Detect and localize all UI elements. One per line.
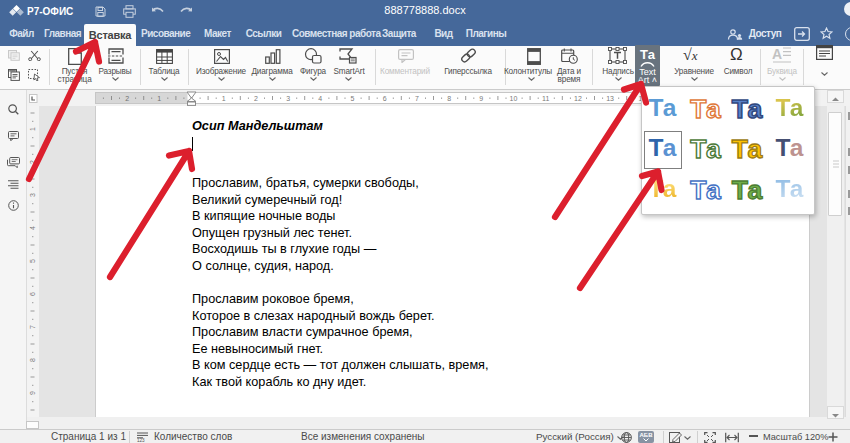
svg-text:11: 11 — [542, 95, 549, 102]
svg-text:9: 9 — [29, 391, 36, 395]
svg-text:5: 5 — [29, 259, 36, 263]
svg-text:7: 7 — [29, 325, 36, 329]
svg-text:4: 4 — [29, 226, 36, 230]
svg-text:3: 3 — [29, 193, 36, 197]
svg-text:8: 8 — [447, 95, 451, 102]
svg-text:A: A — [772, 46, 782, 62]
svg-text:8: 8 — [29, 358, 36, 362]
svg-text:4: 4 — [318, 95, 322, 102]
svg-text:13: 13 — [606, 95, 614, 102]
svg-text:10: 10 — [510, 95, 518, 102]
svg-text:9: 9 — [479, 95, 483, 102]
svg-text:3: 3 — [286, 95, 290, 102]
svg-text:2: 2 — [29, 160, 36, 164]
svg-text:2: 2 — [254, 95, 258, 102]
svg-text:1: 1 — [157, 95, 161, 102]
svg-text:123: 123 — [137, 438, 145, 442]
svg-text:1: 1 — [29, 127, 36, 131]
svg-text:6: 6 — [29, 292, 36, 296]
svg-text:6: 6 — [383, 95, 387, 102]
svg-text:2: 2 — [125, 95, 129, 102]
svg-text:5: 5 — [351, 95, 355, 102]
svg-text:7: 7 — [415, 95, 419, 102]
svg-text:1: 1 — [222, 95, 226, 102]
svg-text:12: 12 — [574, 95, 582, 102]
